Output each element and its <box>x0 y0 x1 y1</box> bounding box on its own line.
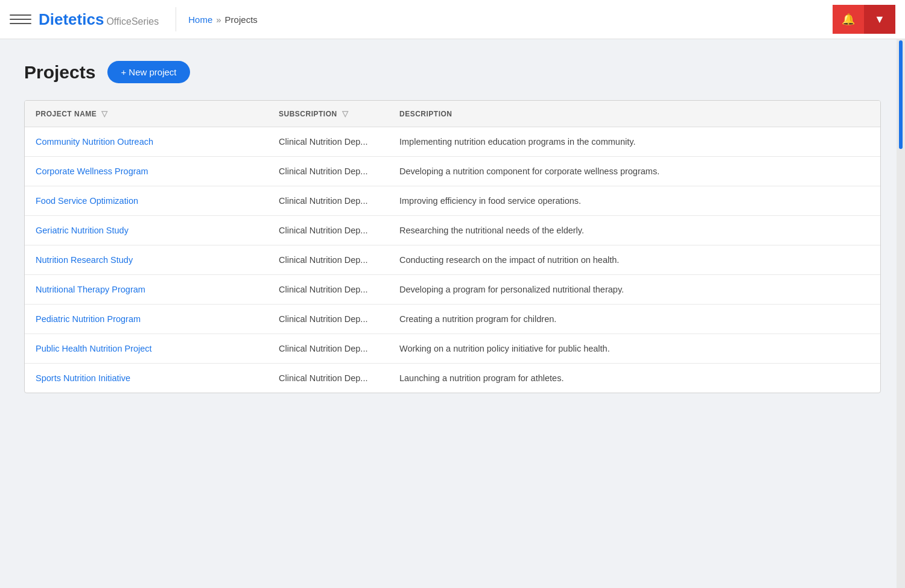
cell-description: Developing a program for personalized nu… <box>389 275 880 305</box>
cell-subscription: Clinical Nutrition Dep... <box>268 216 389 245</box>
bell-icon: 🔔 <box>842 13 855 26</box>
cell-subscription: Clinical Nutrition Dep... <box>268 275 389 305</box>
logo-text: Dietetics <box>39 10 104 29</box>
cell-project-name: Geriatric Nutrition Study <box>25 216 268 245</box>
breadcrumb-home[interactable]: Home <box>188 14 212 25</box>
project-link[interactable]: Food Service Optimization <box>36 196 138 206</box>
project-link[interactable]: Corporate Wellness Program <box>36 166 148 176</box>
cell-project-name: Nutrition Research Study <box>25 245 268 275</box>
cell-project-name: Corporate Wellness Program <box>25 157 268 186</box>
logo: Dietetics OfficeSeries <box>39 10 159 29</box>
project-link[interactable]: Sports Nutrition Initiative <box>36 373 130 383</box>
cell-project-name: Sports Nutrition Initiative <box>25 364 268 393</box>
table-row: Nutritional Therapy ProgramClinical Nutr… <box>25 275 880 305</box>
cell-subscription: Clinical Nutrition Dep... <box>268 127 389 157</box>
projects-table-wrapper: PROJECT NAME ▽ SUBSCRIPTION ▽ DESCRIPTIO… <box>24 100 881 393</box>
new-project-button[interactable]: + New project <box>107 61 189 83</box>
table-row: Corporate Wellness ProgramClinical Nutri… <box>25 157 880 186</box>
filter-icon-name[interactable]: ▽ <box>101 109 108 118</box>
table-row: Food Service OptimizationClinical Nutrit… <box>25 186 880 216</box>
chevron-down-icon: ▼ <box>874 13 885 26</box>
table-row: Public Health Nutrition ProjectClinical … <box>25 334 880 364</box>
cell-description: Working on a nutrition policy initiative… <box>389 334 880 364</box>
main-content: Projects + New project PROJECT NAME ▽ SU… <box>0 39 905 415</box>
cell-subscription: Clinical Nutrition Dep... <box>268 186 389 216</box>
logo-subtext: OfficeSeries <box>106 16 159 27</box>
cell-subscription: Clinical Nutrition Dep... <box>268 157 389 186</box>
col-header-description: DESCRIPTION <box>389 101 880 127</box>
cell-description: Conducting research on the impact of nut… <box>389 245 880 275</box>
cell-description: Improving efficiency in food service ope… <box>389 186 880 216</box>
cell-subscription: Clinical Nutrition Dep... <box>268 364 389 393</box>
table-row: Pediatric Nutrition ProgramClinical Nutr… <box>25 305 880 334</box>
breadcrumb-separator: » <box>216 14 221 25</box>
project-link[interactable]: Public Health Nutrition Project <box>36 344 152 353</box>
project-link[interactable]: Community Nutrition Outreach <box>36 137 153 147</box>
cell-project-name: Pediatric Nutrition Program <box>25 305 268 334</box>
table-row: Nutrition Research StudyClinical Nutriti… <box>25 245 880 275</box>
project-link[interactable]: Geriatric Nutrition Study <box>36 226 129 235</box>
cell-description: Launching a nutrition program for athlet… <box>389 364 880 393</box>
cell-subscription: Clinical Nutrition Dep... <box>268 305 389 334</box>
header-divider <box>176 7 176 31</box>
project-link[interactable]: Pediatric Nutrition Program <box>36 314 141 324</box>
filter-icon-subscription[interactable]: ▽ <box>342 109 349 118</box>
cell-project-name: Community Nutrition Outreach <box>25 127 268 157</box>
cell-description: Developing a nutrition component for cor… <box>389 157 880 186</box>
cell-description: Researching the nutritional needs of the… <box>389 216 880 245</box>
cell-project-name: Nutritional Therapy Program <box>25 275 268 305</box>
header-right: 🔔 ▼ <box>833 5 895 34</box>
table-row: Sports Nutrition InitiativeClinical Nutr… <box>25 364 880 393</box>
table-row: Geriatric Nutrition StudyClinical Nutrit… <box>25 216 880 245</box>
breadcrumb-current: Projects <box>225 14 258 25</box>
cell-subscription: Clinical Nutrition Dep... <box>268 334 389 364</box>
cell-description: Creating a nutrition program for childre… <box>389 305 880 334</box>
hamburger-button[interactable] <box>10 8 31 30</box>
table-header-row: PROJECT NAME ▽ SUBSCRIPTION ▽ DESCRIPTIO… <box>25 101 880 127</box>
page-header: Projects + New project <box>24 61 881 83</box>
breadcrumb: Home » Projects <box>188 14 258 25</box>
table-row: Community Nutrition OutreachClinical Nut… <box>25 127 880 157</box>
header: Dietetics OfficeSeries Home » Projects 🔔… <box>0 0 905 39</box>
cell-project-name: Food Service Optimization <box>25 186 268 216</box>
projects-table: PROJECT NAME ▽ SUBSCRIPTION ▽ DESCRIPTIO… <box>25 101 880 393</box>
project-link[interactable]: Nutrition Research Study <box>36 255 133 265</box>
cell-description: Implementing nutrition education program… <box>389 127 880 157</box>
col-header-subscription: SUBSCRIPTION ▽ <box>268 101 389 127</box>
cell-project-name: Public Health Nutrition Project <box>25 334 268 364</box>
scrollbar-thumb[interactable] <box>899 40 903 149</box>
page-title: Projects <box>24 62 95 83</box>
notification-button[interactable]: 🔔 <box>833 5 864 34</box>
user-dropdown-button[interactable]: ▼ <box>864 5 895 34</box>
cell-subscription: Clinical Nutrition Dep... <box>268 245 389 275</box>
project-link[interactable]: Nutritional Therapy Program <box>36 285 145 294</box>
scrollbar-track[interactable] <box>897 39 905 588</box>
col-header-name: PROJECT NAME ▽ <box>25 101 268 127</box>
